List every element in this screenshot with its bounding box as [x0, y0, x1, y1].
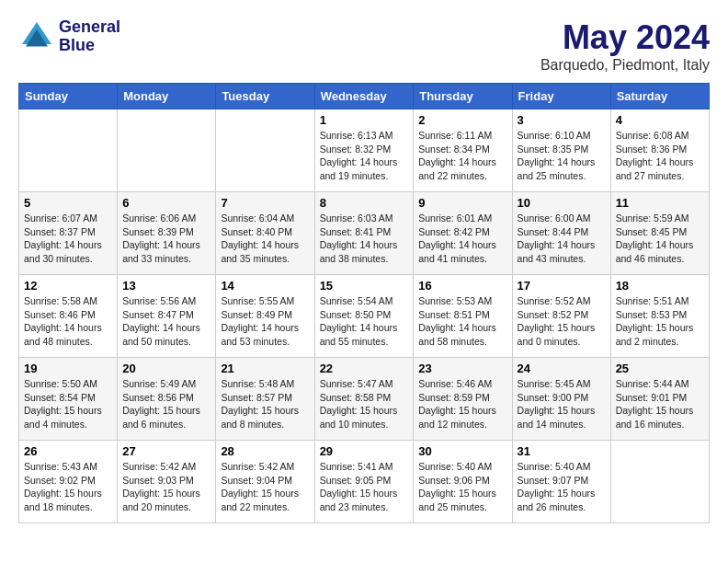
calendar-day: 31Sunrise: 5:40 AM Sunset: 9:07 PM Dayli… — [512, 441, 610, 523]
calendar-week-row: 19Sunrise: 5:50 AM Sunset: 8:54 PM Dayli… — [19, 358, 710, 441]
calendar-day: 2Sunrise: 6:11 AM Sunset: 8:34 PM Daylig… — [414, 109, 512, 192]
day-number: 12 — [24, 279, 112, 293]
day-number: 29 — [320, 444, 409, 458]
logo: General Blue — [18, 18, 120, 55]
day-number: 25 — [616, 362, 704, 375]
day-number: 4 — [616, 113, 704, 127]
calendar-day: 10Sunrise: 6:00 AM Sunset: 8:44 PM Dayli… — [512, 192, 610, 275]
calendar-day: 24Sunrise: 5:45 AM Sunset: 9:00 PM Dayli… — [512, 358, 610, 441]
day-info: Sunrise: 5:51 AM Sunset: 8:53 PM Dayligh… — [616, 294, 704, 349]
day-number: 15 — [320, 279, 409, 293]
month-title: May 2024 — [540, 18, 710, 57]
day-info: Sunrise: 5:42 AM Sunset: 9:04 PM Dayligh… — [221, 460, 309, 514]
calendar-day: 22Sunrise: 5:47 AM Sunset: 8:58 PM Dayli… — [314, 358, 414, 441]
day-info: Sunrise: 5:42 AM Sunset: 9:03 PM Dayligh… — [122, 460, 210, 514]
day-info: Sunrise: 5:48 AM Sunset: 8:57 PM Dayligh… — [221, 377, 309, 431]
calendar-day: 13Sunrise: 5:56 AM Sunset: 8:47 PM Dayli… — [118, 275, 216, 358]
calendar-week-row: 12Sunrise: 5:58 AM Sunset: 8:46 PM Dayli… — [19, 275, 710, 358]
day-number: 7 — [221, 196, 309, 210]
calendar-day: 26Sunrise: 5:43 AM Sunset: 9:02 PM Dayli… — [19, 441, 118, 523]
page-header: General Blue May 2024 Barquedo, Piedmont… — [18, 18, 710, 74]
day-number: 21 — [221, 362, 309, 375]
calendar-day: 23Sunrise: 5:46 AM Sunset: 8:59 PM Dayli… — [414, 358, 512, 441]
day-number: 6 — [122, 196, 210, 210]
day-number: 23 — [418, 362, 506, 375]
calendar-day: 14Sunrise: 5:55 AM Sunset: 8:49 PM Dayli… — [216, 275, 314, 358]
calendar-day: 15Sunrise: 5:54 AM Sunset: 8:50 PM Dayli… — [314, 275, 414, 358]
day-number: 2 — [418, 113, 506, 127]
calendar-day: 1Sunrise: 6:13 AM Sunset: 8:32 PM Daylig… — [314, 109, 414, 192]
day-number: 14 — [221, 279, 309, 293]
calendar-day: 28Sunrise: 5:42 AM Sunset: 9:04 PM Dayli… — [216, 441, 314, 523]
title-area: May 2024 Barquedo, Piedmont, Italy — [540, 18, 710, 74]
day-info: Sunrise: 5:54 AM Sunset: 8:50 PM Dayligh… — [320, 294, 409, 349]
weekday-header: Monday — [118, 84, 216, 109]
day-info: Sunrise: 6:00 AM Sunset: 8:44 PM Dayligh… — [518, 212, 606, 266]
day-info: Sunrise: 5:40 AM Sunset: 9:06 PM Dayligh… — [418, 460, 506, 514]
day-info: Sunrise: 6:10 AM Sunset: 8:35 PM Dayligh… — [518, 129, 606, 183]
calendar-day: 16Sunrise: 5:53 AM Sunset: 8:51 PM Dayli… — [414, 275, 512, 358]
calendar-day: 25Sunrise: 5:44 AM Sunset: 9:01 PM Dayli… — [610, 358, 709, 441]
calendar-day: 30Sunrise: 5:40 AM Sunset: 9:06 PM Dayli… — [414, 441, 512, 523]
day-info: Sunrise: 5:41 AM Sunset: 9:05 PM Dayligh… — [320, 460, 409, 514]
day-number: 26 — [24, 444, 112, 458]
day-info: Sunrise: 5:59 AM Sunset: 8:45 PM Dayligh… — [616, 212, 704, 266]
day-number: 5 — [24, 196, 112, 210]
day-info: Sunrise: 6:01 AM Sunset: 8:42 PM Dayligh… — [418, 212, 506, 266]
day-number: 22 — [320, 362, 409, 375]
day-info: Sunrise: 6:03 AM Sunset: 8:41 PM Dayligh… — [320, 212, 409, 266]
day-info: Sunrise: 5:45 AM Sunset: 9:00 PM Dayligh… — [518, 377, 606, 431]
calendar-day: 12Sunrise: 5:58 AM Sunset: 8:46 PM Dayli… — [19, 275, 118, 358]
calendar-day: 11Sunrise: 5:59 AM Sunset: 8:45 PM Dayli… — [610, 192, 709, 275]
day-number: 1 — [320, 113, 409, 127]
calendar-empty — [19, 109, 118, 192]
calendar-day: 4Sunrise: 6:08 AM Sunset: 8:36 PM Daylig… — [610, 109, 709, 192]
calendar-empty — [118, 109, 216, 192]
logo-icon — [18, 18, 55, 55]
day-info: Sunrise: 5:43 AM Sunset: 9:02 PM Dayligh… — [24, 460, 112, 514]
calendar-day: 6Sunrise: 6:06 AM Sunset: 8:39 PM Daylig… — [118, 192, 216, 275]
day-info: Sunrise: 6:04 AM Sunset: 8:40 PM Dayligh… — [221, 212, 309, 266]
day-number: 16 — [418, 279, 506, 293]
day-info: Sunrise: 5:50 AM Sunset: 8:54 PM Dayligh… — [24, 377, 112, 431]
calendar-day: 19Sunrise: 5:50 AM Sunset: 8:54 PM Dayli… — [19, 358, 118, 441]
calendar-table: SundayMondayTuesdayWednesdayThursdayFrid… — [18, 83, 710, 523]
day-number: 27 — [122, 444, 210, 458]
weekday-header: Saturday — [610, 84, 709, 109]
calendar-day: 5Sunrise: 6:07 AM Sunset: 8:37 PM Daylig… — [19, 192, 118, 275]
weekday-header: Sunday — [19, 84, 118, 109]
logo-text: General Blue — [59, 18, 120, 55]
calendar-day: 29Sunrise: 5:41 AM Sunset: 9:05 PM Dayli… — [314, 441, 414, 523]
day-number: 8 — [320, 196, 409, 210]
day-info: Sunrise: 5:44 AM Sunset: 9:01 PM Dayligh… — [616, 377, 704, 431]
day-number: 30 — [418, 444, 506, 458]
day-number: 20 — [122, 362, 210, 375]
calendar-day: 21Sunrise: 5:48 AM Sunset: 8:57 PM Dayli… — [216, 358, 314, 441]
calendar-day: 9Sunrise: 6:01 AM Sunset: 8:42 PM Daylig… — [414, 192, 512, 275]
weekday-header-row: SundayMondayTuesdayWednesdayThursdayFrid… — [19, 84, 710, 109]
day-number: 13 — [122, 279, 210, 293]
calendar-day: 20Sunrise: 5:49 AM Sunset: 8:56 PM Dayli… — [118, 358, 216, 441]
weekday-header: Wednesday — [314, 84, 414, 109]
calendar-day: 17Sunrise: 5:52 AM Sunset: 8:52 PM Dayli… — [512, 275, 610, 358]
day-number: 18 — [616, 279, 704, 293]
calendar-day: 7Sunrise: 6:04 AM Sunset: 8:40 PM Daylig… — [216, 192, 314, 275]
calendar-day: 18Sunrise: 5:51 AM Sunset: 8:53 PM Dayli… — [610, 275, 709, 358]
day-info: Sunrise: 6:07 AM Sunset: 8:37 PM Dayligh… — [24, 212, 112, 266]
day-info: Sunrise: 5:49 AM Sunset: 8:56 PM Dayligh… — [122, 377, 210, 431]
day-number: 3 — [518, 113, 606, 127]
weekday-header: Tuesday — [216, 84, 314, 109]
day-number: 17 — [518, 279, 606, 293]
day-number: 19 — [24, 362, 112, 375]
day-number: 28 — [221, 444, 309, 458]
day-info: Sunrise: 5:52 AM Sunset: 8:52 PM Dayligh… — [518, 294, 606, 349]
calendar-empty — [216, 109, 314, 192]
weekday-header: Thursday — [414, 84, 512, 109]
day-number: 9 — [418, 196, 506, 210]
day-info: Sunrise: 6:13 AM Sunset: 8:32 PM Dayligh… — [320, 129, 409, 183]
calendar-week-row: 5Sunrise: 6:07 AM Sunset: 8:37 PM Daylig… — [19, 192, 710, 275]
day-info: Sunrise: 6:06 AM Sunset: 8:39 PM Dayligh… — [122, 212, 210, 266]
day-info: Sunrise: 5:53 AM Sunset: 8:51 PM Dayligh… — [418, 294, 506, 349]
day-info: Sunrise: 5:56 AM Sunset: 8:47 PM Dayligh… — [122, 294, 210, 349]
day-number: 10 — [518, 196, 606, 210]
